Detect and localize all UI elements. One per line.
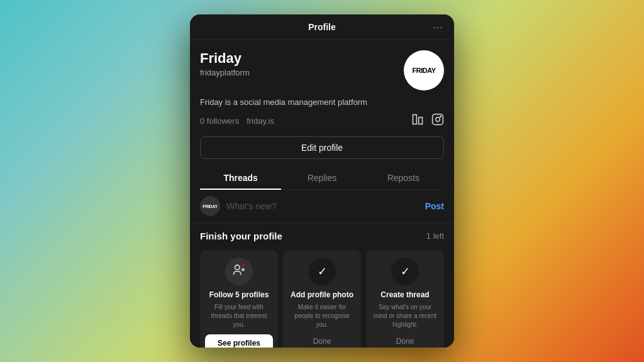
follow-item-desc: Fill your feed with threads that interes…: [205, 303, 273, 329]
photo-check-icon: ✓: [318, 265, 327, 278]
see-profiles-button[interactable]: See profiles: [205, 334, 273, 348]
finish-item-thread: ✓ Create thread Say what's on your mind …: [366, 250, 444, 348]
edit-profile-button[interactable]: Edit profile: [200, 136, 444, 159]
finish-item-photo: ✓ Add profile photo Make it easier for p…: [283, 250, 361, 348]
photo-item-title: Add profile photo: [291, 290, 353, 300]
post-input-avatar: FRIDAY: [200, 196, 220, 216]
header-more-button[interactable]: ⋯: [429, 18, 447, 36]
thread-item-desc: Say what's on your mind or share a recen…: [371, 303, 439, 329]
profile-section: Friday fridayplatform FRIDAY Friday is a…: [190, 40, 454, 190]
svg-rect-1: [419, 118, 423, 124]
app-window: Profile ⋯ Friday fridayplatform FRIDAY F…: [190, 14, 454, 348]
photo-done-label: Done: [313, 337, 331, 346]
profile-handle: fridayplatform: [200, 68, 404, 77]
window-title: Profile: [308, 22, 336, 32]
profile-avatar: FRIDAY: [404, 50, 444, 90]
svg-point-3: [436, 118, 440, 122]
finish-profile-items: Follow 5 profiles Fill your feed with th…: [200, 250, 444, 348]
thread-icon-wrap: ✓: [391, 258, 419, 285]
thread-item-title: Create thread: [380, 290, 429, 300]
profile-meta: 0 followers friday.is: [200, 113, 444, 129]
svg-rect-0: [413, 115, 417, 124]
profile-header: Friday fridayplatform FRIDAY: [200, 50, 444, 90]
tab-reposts[interactable]: Reposts: [363, 167, 444, 189]
window-header: Profile ⋯: [190, 14, 454, 40]
follow-icon: [232, 263, 246, 280]
tab-replies[interactable]: Replies: [281, 167, 362, 189]
follow-item-title: Follow 5 profiles: [209, 290, 269, 300]
finish-profile-section: Finish your profile 1 left: [190, 223, 454, 348]
window-content: Friday fridayplatform FRIDAY Friday is a…: [190, 40, 454, 348]
post-avatar-text: FRIDAY: [203, 204, 218, 209]
profile-bio: Friday is a social media management plat…: [200, 97, 444, 108]
post-input-area: FRIDAY What's new? Post: [190, 190, 454, 223]
svg-rect-2: [433, 114, 443, 125]
finish-profile-count: 1 left: [426, 231, 444, 241]
profile-social-icons: [411, 113, 444, 129]
instagram-icon[interactable]: [431, 113, 444, 129]
post-placeholder[interactable]: What's new?: [226, 201, 425, 211]
finish-profile-header: Finish your profile 1 left: [200, 231, 444, 241]
thread-done-label: Done: [396, 337, 414, 346]
tab-threads[interactable]: Threads: [200, 167, 281, 189]
svg-point-4: [440, 116, 441, 118]
profile-link[interactable]: friday.is: [247, 116, 274, 126]
profile-name: Friday: [200, 50, 404, 67]
finish-item-follow: Follow 5 profiles Fill your feed with th…: [200, 250, 278, 348]
profile-info: Friday fridayplatform: [200, 50, 404, 77]
post-button[interactable]: Post: [425, 201, 444, 211]
profile-tabs: Threads Replies Reposts: [200, 167, 444, 190]
avatar-text: FRIDAY: [413, 67, 436, 74]
chart-icon[interactable]: [411, 113, 424, 129]
finish-profile-title: Finish your profile: [200, 231, 282, 241]
follow-icon-wrap: [225, 258, 253, 285]
photo-icon-wrap: ✓: [308, 258, 336, 285]
more-icon: ⋯: [433, 21, 443, 33]
photo-item-desc: Make it easier for people to recognise y…: [288, 303, 356, 329]
svg-point-5: [235, 265, 240, 269]
profile-followers: 0 followers: [200, 116, 239, 126]
thread-check-icon: ✓: [401, 265, 410, 278]
